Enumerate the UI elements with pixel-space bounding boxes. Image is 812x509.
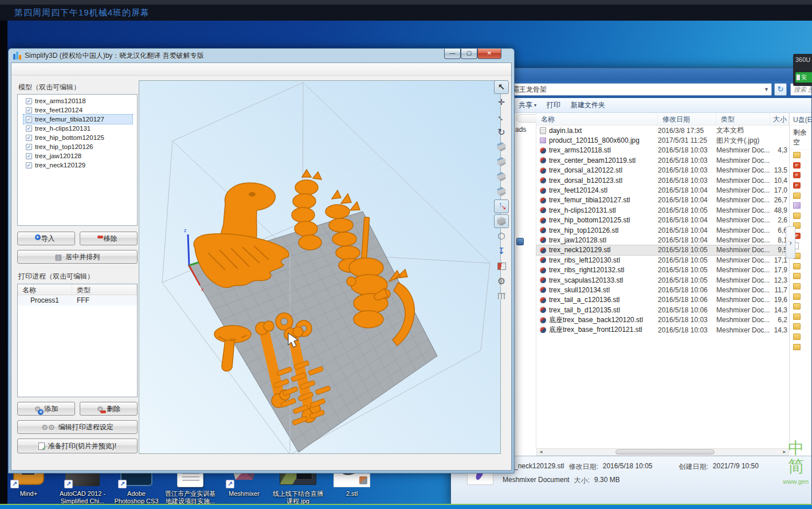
model-checkbox[interactable] — [26, 98, 32, 104]
model-list-item[interactable]: trex_hip_top120126 — [18, 142, 137, 151]
file-row[interactable]: trex_center_beam120119.stl 2016/5/18 10:… — [536, 155, 789, 165]
model-checkbox[interactable] — [26, 144, 32, 150]
print-menu[interactable]: 打印 — [547, 100, 560, 110]
column-header-date[interactable]: 修改日期 — [658, 113, 716, 125]
column-header-type[interactable]: 类型 — [716, 113, 770, 125]
tool-button[interactable] — [494, 214, 509, 228]
file-row[interactable]: trex_dorsal_b120123.stl 2016/5/18 10:03 … — [536, 175, 789, 185]
tool-button[interactable] — [494, 259, 509, 273]
center-arrange-button[interactable]: ▤ 居中并排列 — [17, 250, 138, 264]
file-row[interactable]: trex_scapulas120133.stl 2016/5/18 10:05 … — [536, 275, 789, 285]
tool-button[interactable] — [494, 110, 509, 124]
share-menu[interactable]: 共享▾ — [519, 100, 536, 110]
scrollbar-track[interactable] — [545, 449, 780, 455]
scroll-left-icon[interactable]: ◄ — [537, 449, 545, 455]
menu-item[interactable] — [88, 68, 99, 71]
file-row[interactable]: trex_hip_bottom120125.stl 2016/5/18 10:0… — [536, 216, 789, 225]
delete-process-button[interactable]: ⚙ 删除 — [80, 402, 138, 416]
file-row[interactable]: trex_femur_tibia120127.stl 2016/5/18 10:… — [536, 195, 789, 205]
model-checkbox[interactable] — [26, 107, 32, 113]
second-pane-item[interactable] — [790, 261, 812, 272]
model-list-item[interactable]: trex_jaw120128 — [18, 151, 137, 160]
model-list-item[interactable]: trex_feet120124 — [18, 105, 137, 115]
nav-pane-item-downloads[interactable]: ads — [515, 126, 526, 134]
tool-button[interactable] — [494, 289, 509, 303]
menu-item[interactable] — [16, 68, 26, 71]
usb-helper-popup[interactable]: 360U 安 — [793, 54, 812, 86]
add-process-button[interactable]: ⚙+ 添加 — [17, 402, 75, 416]
simplify3d-titlebar[interactable]: Simplify3D (授权给中国人)by：晓龙汉化翻译 吾爱破解专版 — ▢ … — [9, 49, 514, 62]
file-row[interactable]: trex_ribs_left120130.stl 2016/5/18 10:05… — [536, 255, 789, 265]
second-pane-item[interactable] — [790, 181, 812, 191]
tool-button[interactable] — [494, 229, 509, 243]
menu-item[interactable] — [99, 68, 109, 71]
model-checkbox[interactable] — [26, 116, 32, 123]
second-pane-header[interactable]: U盘(E — [790, 113, 812, 126]
second-pane-item[interactable] — [790, 281, 812, 292]
menu-item[interactable] — [57, 68, 68, 71]
second-pane-item[interactable] — [790, 211, 812, 221]
file-row[interactable]: trex_feet120124.stl 2016/5/18 10:04 Mesh… — [536, 185, 789, 195]
second-pane-item[interactable] — [790, 150, 812, 160]
tool-button[interactable] — [494, 170, 509, 183]
refresh-button[interactable]: ↻ — [774, 83, 787, 96]
file-row[interactable]: 底座trex_base_back120120.stl 2016/5/18 10:… — [536, 315, 789, 324]
remove-button[interactable]: 移除 — [80, 232, 138, 245]
file-row[interactable]: trex_arms120118.stl 2016/5/18 10:03 Mesh… — [536, 146, 789, 155]
tool-button[interactable] — [494, 140, 509, 154]
scrollbar-thumb[interactable] — [615, 449, 715, 455]
edit-process-button[interactable]: ⚙⚙ 编辑打印进程设定 — [17, 420, 138, 434]
file-row[interactable]: trex_h-clips120131.stl 2016/5/18 10:05 M… — [536, 205, 789, 215]
second-pane-item[interactable] — [790, 291, 812, 302]
model-list-item[interactable]: trex_hip_bottom120125 — [18, 133, 137, 142]
second-pane-item[interactable] — [790, 190, 812, 201]
model-list-item[interactable]: trex_arms120118 — [18, 96, 137, 105]
tool-button[interactable] — [494, 199, 509, 213]
model-checkbox[interactable] — [26, 153, 32, 159]
tool-button[interactable] — [494, 274, 509, 288]
tool-button[interactable] — [494, 244, 509, 258]
second-pane-item[interactable] — [790, 201, 812, 211]
second-pane-item[interactable] — [790, 170, 812, 181]
file-row[interactable]: trex_jaw120128.stl 2016/5/18 10:04 Meshm… — [536, 235, 789, 245]
second-pane-item[interactable] — [790, 332, 812, 342]
file-row[interactable]: trex_skull120134.stl 2016/5/18 10:06 Mes… — [536, 285, 789, 295]
column-header-name[interactable]: 名称 — [536, 113, 658, 125]
menu-item[interactable] — [26, 68, 37, 71]
model-checkbox[interactable] — [26, 162, 32, 169]
second-pane-item[interactable] — [790, 302, 812, 312]
second-pane-item[interactable] — [790, 271, 812, 281]
file-row[interactable]: dayin.la.txt 2016/3/8 17:35 文本文档 — [536, 126, 789, 135]
file-row[interactable]: product_120115_800x600.jpg 2017/5/31 11:… — [536, 135, 789, 145]
file-row[interactable]: trex_tail_a_c120136.stl 2016/5/18 10:06 … — [536, 295, 789, 305]
import-button[interactable]: + 导入 — [17, 232, 75, 245]
minimize-button[interactable]: — — [444, 49, 461, 59]
scroll-right-icon[interactable]: ► — [780, 449, 789, 455]
second-pane-item[interactable] — [790, 322, 812, 332]
file-row[interactable]: trex_tail_b_d120135.stl 2016/5/18 10:06 … — [536, 305, 789, 315]
process-col-type[interactable]: 类型 — [72, 284, 137, 295]
tool-button[interactable] — [494, 80, 509, 94]
process-row[interactable]: Process1 FFF — [18, 295, 137, 306]
horizontal-scrollbar[interactable]: ◄ ► — [536, 448, 789, 456]
menu-item[interactable] — [78, 68, 88, 71]
file-row[interactable]: trex_dorsal_a120122.stl 2016/5/18 10:03 … — [536, 166, 789, 175]
ime-indicator[interactable]: 中 简 — [788, 439, 804, 476]
menu-item[interactable] — [37, 68, 47, 71]
tool-button[interactable] — [494, 185, 509, 198]
close-button[interactable]: ✕ — [477, 49, 501, 59]
model-checkbox[interactable] — [26, 126, 32, 132]
nav-pane-icon[interactable] — [516, 238, 524, 245]
model-checkbox[interactable] — [26, 135, 32, 141]
process-col-name[interactable]: 名称 — [18, 284, 72, 295]
model-list-item[interactable]: trex_femur_tibia120127 — [23, 115, 132, 124]
address-dropdown-icon[interactable]: ▼ — [764, 87, 769, 92]
second-pane-item[interactable] — [790, 160, 812, 171]
expand-pane-button[interactable]: › — [786, 226, 795, 259]
viewport-3d[interactable]: z x — [139, 80, 501, 454]
column-header-size[interactable]: 大小 — [770, 113, 789, 125]
file-row[interactable]: trex_neck120129.stl 2016/5/18 10:05 Mesh… — [536, 245, 789, 255]
usb-eject-button[interactable]: 安 — [795, 72, 812, 83]
tool-button[interactable] — [494, 155, 509, 169]
tool-button[interactable] — [494, 95, 509, 109]
